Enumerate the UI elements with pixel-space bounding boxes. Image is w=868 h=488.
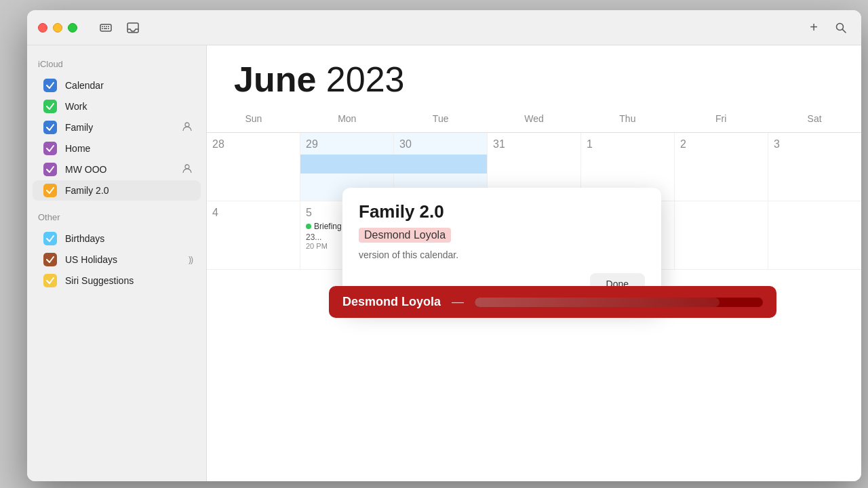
titlebar-right: + (804, 18, 850, 37)
svg-rect-1 (102, 26, 103, 27)
desmond-name: Desmond Loyola (342, 295, 441, 309)
popup-description: version of this calendar. (359, 248, 645, 262)
work-checkbox[interactable] (43, 100, 57, 113)
cell-9[interactable] (675, 201, 768, 269)
sidebar-item-us-holidays-label: US Holidays (65, 254, 186, 265)
person-shared-icon-2 (182, 163, 193, 176)
inbox-icon[interactable] (123, 18, 142, 37)
cell-number: 31 (493, 138, 575, 150)
sidebar-item-siri[interactable]: Siri Suggestions (33, 270, 201, 291)
home-checkbox[interactable] (43, 142, 57, 155)
main-window: + iCloud Calendar (27, 10, 861, 481)
svg-rect-6 (104, 28, 107, 29)
day-header-thu: Thu (580, 108, 674, 129)
sidebar-item-family[interactable]: Family (33, 117, 201, 138)
fullscreen-button[interactable] (68, 23, 77, 33)
desmond-progress-fill (475, 298, 719, 307)
sidebar-item-family2-label: Family 2.0 (65, 185, 193, 196)
family2-checkbox[interactable] (43, 184, 57, 197)
sidebar-item-family2[interactable]: Family 2.0 (33, 180, 201, 201)
popup-person-name: Desmond Loyola (359, 228, 451, 243)
day-header-sat: Sat (768, 108, 861, 129)
day-header-sun: Sun (207, 108, 300, 129)
family-checkbox[interactable] (43, 121, 57, 134)
svg-rect-2 (104, 26, 105, 27)
event-label: Briefing (314, 222, 342, 231)
sidebar-item-siri-label: Siri Suggestions (65, 275, 193, 286)
streaming-icon: )) (189, 255, 193, 264)
popup-title: Family 2.0 (359, 201, 645, 222)
sidebar: iCloud Calendar Work Family (27, 45, 207, 481)
sidebar-item-mwooo-label: MW OOO (65, 164, 179, 175)
other-section-label: Other (27, 212, 206, 228)
titlebar: + (27, 10, 861, 45)
event-dot-icon (306, 224, 311, 229)
calendar-checkbox[interactable] (43, 79, 57, 92)
sidebar-item-family-label: Family (65, 122, 179, 133)
add-event-button[interactable]: + (804, 18, 823, 37)
cell-number: 1 (587, 138, 669, 150)
day-header-fri: Fri (674, 108, 768, 129)
siri-checkbox[interactable] (43, 274, 57, 287)
cell-10[interactable] (768, 201, 861, 269)
calendar-main: June 2023 Sun Mon Tue Wed Thu Fri Sat 28 (207, 45, 861, 481)
svg-point-12 (185, 165, 189, 169)
person-shared-icon (182, 121, 193, 134)
cell-number: 29 (306, 138, 388, 150)
sidebar-item-mw-ooo[interactable]: MW OOO (33, 159, 201, 180)
sidebar-item-work[interactable]: Work (33, 96, 201, 117)
cell-number: 28 (212, 138, 294, 150)
sidebar-item-calendar-label: Calendar (65, 80, 193, 91)
birthdays-checkbox[interactable] (43, 232, 57, 245)
day-header-mon: Mon (300, 108, 394, 129)
svg-rect-3 (106, 26, 107, 27)
cell-number: 4 (212, 207, 294, 219)
svg-rect-7 (108, 28, 109, 29)
us-holidays-checkbox[interactable] (43, 253, 57, 266)
month-header: June 2023 (207, 45, 861, 108)
sidebar-item-birthdays-label: Birthdays (65, 233, 193, 244)
titlebar-icons (96, 18, 142, 37)
cell-number: 30 (399, 138, 481, 150)
svg-rect-5 (102, 28, 103, 29)
sidebar-item-home-label: Home (65, 143, 193, 154)
cell-number: 3 (774, 138, 856, 150)
desmond-dash: — (452, 295, 464, 309)
svg-rect-4 (108, 26, 109, 27)
sidebar-item-birthdays[interactable]: Birthdays (33, 228, 201, 249)
day-header-tue: Tue (394, 108, 488, 129)
cell-28[interactable]: 28 (207, 133, 300, 201)
svg-line-10 (843, 29, 846, 33)
cell-3[interactable]: 3 (768, 133, 861, 201)
month-title: June 2023 (234, 62, 834, 97)
month-name: June (234, 60, 316, 99)
sidebar-item-calendar[interactable]: Calendar (33, 75, 201, 96)
sidebar-item-work-label: Work (65, 101, 193, 112)
day-header-wed: Wed (488, 108, 581, 129)
sidebar-item-home[interactable]: Home (33, 138, 201, 159)
main-content: iCloud Calendar Work Family (27, 45, 861, 481)
close-button[interactable] (38, 23, 47, 33)
cell-2[interactable]: 2 (675, 133, 768, 201)
icloud-section-label: iCloud (27, 59, 206, 75)
search-button[interactable] (831, 18, 850, 37)
year-value: 2023 (326, 60, 405, 99)
cell-number: 2 (680, 138, 762, 150)
cell-4[interactable]: 4 (207, 201, 300, 269)
minimize-button[interactable] (53, 23, 62, 33)
desmond-progress-bar: Desmond Loyola — (329, 286, 776, 318)
sidebar-item-us-holidays[interactable]: US Holidays )) (33, 249, 201, 270)
desmond-progress-track (475, 298, 763, 307)
calendar-day-headers: Sun Mon Tue Wed Thu Fri Sat (207, 108, 861, 133)
keyboard-icon[interactable] (96, 18, 115, 37)
svg-point-11 (185, 123, 189, 127)
mwooo-checkbox[interactable] (43, 163, 57, 176)
svg-rect-0 (100, 24, 111, 31)
traffic-lights (38, 23, 77, 33)
